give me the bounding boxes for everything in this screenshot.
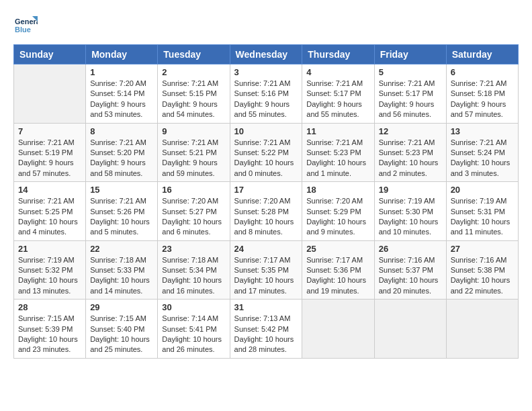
- header-cell-thursday: Thursday: [302, 45, 374, 64]
- day-number: 24: [234, 244, 298, 254]
- header-cell-saturday: Saturday: [446, 45, 518, 64]
- week-row-5: 28Sunrise: 7:15 AM Sunset: 5:39 PM Dayli…: [14, 300, 519, 359]
- day-number: 26: [379, 244, 442, 254]
- day-info: Sunrise: 7:16 AM Sunset: 5:37 PM Dayligh…: [379, 255, 442, 297]
- calendar-cell: 14Sunrise: 7:21 AM Sunset: 5:25 PM Dayli…: [14, 182, 86, 241]
- day-number: 21: [18, 244, 81, 254]
- calendar-cell: 6Sunrise: 7:21 AM Sunset: 5:18 PM Daylig…: [446, 64, 518, 124]
- calendar-cell: 15Sunrise: 7:21 AM Sunset: 5:26 PM Dayli…: [86, 182, 158, 241]
- week-row-1: 1Sunrise: 7:20 AM Sunset: 5:14 PM Daylig…: [14, 64, 519, 124]
- calendar-cell: 21Sunrise: 7:19 AM Sunset: 5:32 PM Dayli…: [14, 240, 86, 300]
- day-number: 15: [90, 185, 153, 195]
- day-number: 8: [90, 126, 153, 136]
- day-info: Sunrise: 7:13 AM Sunset: 5:42 PM Dayligh…: [234, 314, 298, 355]
- day-info: Sunrise: 7:17 AM Sunset: 5:35 PM Dayligh…: [234, 255, 298, 297]
- day-info: Sunrise: 7:20 AM Sunset: 5:28 PM Dayligh…: [234, 196, 298, 238]
- calendar-cell: 13Sunrise: 7:21 AM Sunset: 5:24 PM Dayli…: [446, 123, 518, 182]
- calendar-table: SundayMondayTuesdayWednesdayThursdayFrid…: [13, 44, 519, 359]
- day-number: 30: [162, 302, 225, 312]
- calendar-cell: 18Sunrise: 7:20 AM Sunset: 5:29 PM Dayli…: [302, 182, 374, 241]
- calendar-cell: 23Sunrise: 7:18 AM Sunset: 5:34 PM Dayli…: [158, 240, 230, 300]
- day-info: Sunrise: 7:18 AM Sunset: 5:33 PM Dayligh…: [90, 255, 153, 297]
- day-info: Sunrise: 7:17 AM Sunset: 5:36 PM Dayligh…: [306, 255, 369, 297]
- calendar-cell: 11Sunrise: 7:21 AM Sunset: 5:23 PM Dayli…: [302, 123, 374, 182]
- header-cell-friday: Friday: [374, 45, 446, 64]
- day-info: Sunrise: 7:21 AM Sunset: 5:19 PM Dayligh…: [18, 138, 81, 179]
- day-info: Sunrise: 7:19 AM Sunset: 5:30 PM Dayligh…: [379, 196, 442, 238]
- day-number: 14: [18, 185, 81, 195]
- day-info: Sunrise: 7:16 AM Sunset: 5:38 PM Dayligh…: [451, 255, 514, 297]
- day-info: Sunrise: 7:21 AM Sunset: 5:17 PM Dayligh…: [306, 79, 369, 120]
- day-info: Sunrise: 7:19 AM Sunset: 5:32 PM Dayligh…: [18, 255, 81, 297]
- logo-graphic: General Blue: [13, 13, 38, 38]
- calendar-cell: 31Sunrise: 7:13 AM Sunset: 5:42 PM Dayli…: [230, 300, 302, 359]
- calendar-cell: [374, 300, 446, 359]
- day-number: 31: [234, 302, 298, 312]
- day-number: 17: [234, 185, 298, 195]
- day-number: 2: [162, 67, 225, 77]
- day-number: 4: [306, 67, 369, 77]
- calendar-cell: 10Sunrise: 7:21 AM Sunset: 5:22 PM Dayli…: [230, 123, 302, 182]
- calendar-cell: 20Sunrise: 7:19 AM Sunset: 5:31 PM Dayli…: [446, 182, 518, 241]
- week-row-2: 7Sunrise: 7:21 AM Sunset: 5:19 PM Daylig…: [14, 123, 519, 182]
- header-cell-tuesday: Tuesday: [158, 45, 230, 64]
- day-info: Sunrise: 7:21 AM Sunset: 5:16 PM Dayligh…: [234, 79, 298, 120]
- day-number: 7: [18, 126, 81, 136]
- day-info: Sunrise: 7:19 AM Sunset: 5:31 PM Dayligh…: [451, 196, 514, 238]
- week-row-4: 21Sunrise: 7:19 AM Sunset: 5:32 PM Dayli…: [14, 240, 519, 300]
- calendar-cell: 24Sunrise: 7:17 AM Sunset: 5:35 PM Dayli…: [230, 240, 302, 300]
- day-number: 20: [451, 185, 514, 195]
- day-number: 11: [306, 126, 369, 136]
- day-info: Sunrise: 7:20 AM Sunset: 5:27 PM Dayligh…: [162, 196, 225, 238]
- logo-brand: General Blue: [13, 13, 38, 38]
- calendar-cell: 26Sunrise: 7:16 AM Sunset: 5:37 PM Dayli…: [374, 240, 446, 300]
- day-info: Sunrise: 7:21 AM Sunset: 5:23 PM Dayligh…: [306, 138, 369, 179]
- day-number: 29: [90, 302, 153, 312]
- day-info: Sunrise: 7:21 AM Sunset: 5:20 PM Dayligh…: [90, 138, 153, 179]
- day-number: 22: [90, 244, 153, 254]
- svg-text:Blue: Blue: [15, 26, 31, 34]
- day-info: Sunrise: 7:21 AM Sunset: 5:26 PM Dayligh…: [90, 196, 153, 238]
- day-number: 12: [379, 126, 442, 136]
- day-number: 6: [451, 67, 514, 77]
- calendar-cell: [302, 300, 374, 359]
- day-number: 13: [451, 126, 514, 136]
- day-info: Sunrise: 7:21 AM Sunset: 5:17 PM Dayligh…: [379, 79, 442, 120]
- day-number: 1: [90, 67, 153, 77]
- day-info: Sunrise: 7:20 AM Sunset: 5:14 PM Dayligh…: [90, 79, 153, 120]
- calendar-cell: 16Sunrise: 7:20 AM Sunset: 5:27 PM Dayli…: [158, 182, 230, 241]
- day-info: Sunrise: 7:21 AM Sunset: 5:24 PM Dayligh…: [451, 138, 514, 179]
- day-info: Sunrise: 7:21 AM Sunset: 5:22 PM Dayligh…: [234, 138, 298, 179]
- header-cell-monday: Monday: [86, 45, 158, 64]
- day-number: 3: [234, 67, 298, 77]
- day-info: Sunrise: 7:21 AM Sunset: 5:23 PM Dayligh…: [379, 138, 442, 179]
- svg-text:General: General: [15, 17, 38, 26]
- header-cell-wednesday: Wednesday: [230, 45, 302, 64]
- day-number: 23: [162, 244, 225, 254]
- day-info: Sunrise: 7:18 AM Sunset: 5:34 PM Dayligh…: [162, 255, 225, 297]
- day-info: Sunrise: 7:14 AM Sunset: 5:41 PM Dayligh…: [162, 314, 225, 355]
- day-number: 16: [162, 185, 225, 195]
- day-number: 5: [379, 67, 442, 77]
- day-info: Sunrise: 7:21 AM Sunset: 5:21 PM Dayligh…: [162, 138, 225, 179]
- day-number: 28: [18, 302, 81, 312]
- day-number: 19: [379, 185, 442, 195]
- calendar-cell: 22Sunrise: 7:18 AM Sunset: 5:33 PM Dayli…: [86, 240, 158, 300]
- day-number: 27: [451, 244, 514, 254]
- calendar-cell: 27Sunrise: 7:16 AM Sunset: 5:38 PM Dayli…: [446, 240, 518, 300]
- day-info: Sunrise: 7:21 AM Sunset: 5:18 PM Dayligh…: [451, 79, 514, 120]
- calendar-cell: 28Sunrise: 7:15 AM Sunset: 5:39 PM Dayli…: [14, 300, 86, 359]
- calendar-cell: 8Sunrise: 7:21 AM Sunset: 5:20 PM Daylig…: [86, 123, 158, 182]
- header-cell-sunday: Sunday: [14, 45, 86, 64]
- calendar-cell: 4Sunrise: 7:21 AM Sunset: 5:17 PM Daylig…: [302, 64, 374, 124]
- calendar-cell: 2Sunrise: 7:21 AM Sunset: 5:15 PM Daylig…: [158, 64, 230, 124]
- day-info: Sunrise: 7:20 AM Sunset: 5:29 PM Dayligh…: [306, 196, 369, 238]
- calendar-cell: 1Sunrise: 7:20 AM Sunset: 5:14 PM Daylig…: [86, 64, 158, 124]
- calendar-cell: 7Sunrise: 7:21 AM Sunset: 5:19 PM Daylig…: [14, 123, 86, 182]
- calendar-cell: [446, 300, 518, 359]
- day-number: 25: [306, 244, 369, 254]
- day-info: Sunrise: 7:15 AM Sunset: 5:40 PM Dayligh…: [90, 314, 153, 355]
- calendar-cell: 3Sunrise: 7:21 AM Sunset: 5:16 PM Daylig…: [230, 64, 302, 124]
- day-info: Sunrise: 7:15 AM Sunset: 5:39 PM Dayligh…: [18, 314, 81, 355]
- calendar-cell: 5Sunrise: 7:21 AM Sunset: 5:17 PM Daylig…: [374, 64, 446, 124]
